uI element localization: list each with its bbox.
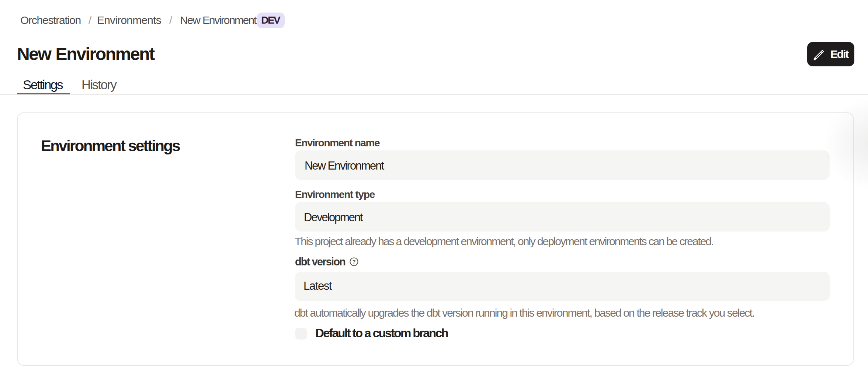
svg-text:?: ? bbox=[352, 258, 355, 265]
